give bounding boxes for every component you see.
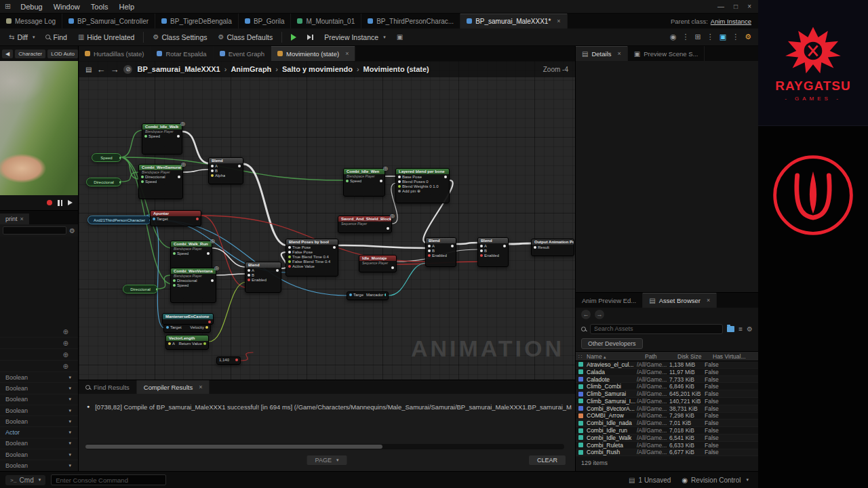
more-options-icon[interactable]: ⋮ — [732, 33, 739, 41]
pose-watch-icon[interactable]: ◎ — [180, 121, 185, 127]
asset-row-combi-idle-nada[interactable]: Combi_Idle_nada/All/Game...7,01 KiBFalse — [576, 420, 758, 427]
graph-node-blend[interactable]: BlendABEnabled — [425, 237, 456, 267]
frame-skip-button[interactable] — [302, 33, 318, 42]
pose-watch-icon[interactable]: ◎ — [181, 161, 186, 167]
variable-type-row[interactable]: Boolean▾ — [0, 460, 78, 471]
more-options-icon[interactable]: ⋮ — [707, 33, 714, 41]
graph-tab-hurtadillas-state[interactable]: Hurtadillas (state) — [79, 46, 151, 61]
graph-node-blend-poses-by-bool[interactable]: Blend Poses by boolTrue PoseFalse PoseTr… — [285, 239, 338, 277]
asset-tab-bp-thirdpersoncharac[interactable]: BP_ThirdPersonCharac... — [361, 14, 460, 28]
graph-tab-rotar-espalda[interactable]: Rotar Espalda — [151, 46, 213, 61]
menu-window[interactable]: Window — [48, 1, 85, 12]
browser-back-button[interactable]: ← — [581, 310, 591, 319]
asset-row-combi-idle-walk[interactable]: Combi_Idle_Walk/All/Game...6,541 KiBFals… — [576, 434, 758, 442]
graph-node-combi-idle-walk[interactable]: Combi_Idle_WalkBlendspace PlayerSpeed◎ — [142, 123, 182, 155]
graph-node-blend[interactable]: BlendABEnabled — [477, 237, 509, 267]
variable-type-row[interactable]: Boolean▾ — [0, 372, 78, 383]
console-input[interactable] — [51, 474, 166, 485]
gear-icon[interactable]: ⚙ — [69, 227, 75, 235]
diff-button[interactable]: ⇆Diff▾ — [4, 31, 39, 43]
asset-tab-bp-tigredebengala[interactable]: BP_TigreDeBengala — [155, 14, 239, 28]
column-name[interactable]: Name ▴ — [587, 353, 645, 360]
forward-arrow-icon[interactable]: → — [110, 64, 119, 75]
add-icon[interactable]: ⊕ — [63, 351, 68, 359]
class-defaults-button[interactable]: ⚙Class Defaults — [214, 31, 278, 43]
chevron-down-icon[interactable]: ▾ — [68, 463, 71, 468]
page-dropdown[interactable]: PAGE▾ — [307, 455, 347, 465]
viewport-back-button[interactable]: ◀ — [2, 49, 13, 58]
asset-row-climb-combi[interactable]: Climb_Combi/All/Game...6,846 KiBFalse — [576, 383, 758, 390]
graph-node-vectorlength[interactable]: VectorLengthAReturn Value — [165, 335, 209, 350]
graph-node-combi-wensamurai[interactable]: Combi_WenSamuraiBlendspace PlayerDirecci… — [138, 164, 183, 199]
close-tab-icon[interactable]: × — [345, 50, 349, 57]
variable-type-row[interactable]: Boolean▾ — [0, 416, 78, 427]
variable-type-row[interactable]: Boolean▾ — [0, 383, 78, 394]
filter-icon[interactable]: ≡ — [738, 325, 743, 333]
console-type-dropdown[interactable]: >_ Cmd ▾ — [5, 475, 45, 485]
close-icon[interactable]: × — [707, 297, 710, 304]
graph-node-output-animation-pose[interactable]: Output Animation PoseResult — [531, 239, 574, 256]
chevron-down-icon[interactable]: ▾ — [68, 430, 71, 435]
tab-preview-scene-settings[interactable]: ▣Preview Scene S... — [628, 46, 705, 61]
asset-row-combi-ruleta[interactable]: Combi_Ruleta/All/Game...6,633 KiBFalse — [576, 442, 758, 449]
chevron-down-icon[interactable]: ▾ — [68, 386, 71, 391]
hide-unrelated-button[interactable]: ▥Hide Unrelated — [73, 31, 140, 43]
chevron-down-icon[interactable]: ▾ — [68, 419, 71, 424]
editor-settings-icon[interactable]: ⚙ — [745, 33, 751, 41]
graph-node-velocity[interactable]: TargetVelocity — [163, 324, 211, 333]
add-icon[interactable]: ⊕ — [63, 363, 68, 370]
pose-watch-icon[interactable]: ◎ — [210, 238, 215, 244]
minimize-button[interactable]: — — [717, 3, 724, 10]
graph-tab-movimiento-state[interactable]: Movimiento (state)× — [271, 46, 355, 61]
gear-icon[interactable]: ⚙ — [747, 325, 753, 333]
spawn-icon[interactable]: ⊞ — [695, 33, 701, 41]
find-button[interactable]: Find — [41, 31, 71, 43]
record-button[interactable] — [47, 200, 52, 205]
tab-asset-browser[interactable]: ▤Asset Browser× — [643, 293, 717, 308]
scrollbar-thumb[interactable] — [85, 445, 382, 449]
bookmark-icon[interactable]: ▤ — [85, 66, 92, 73]
browser-forward-button[interactable]: → — [595, 310, 604, 319]
other-developers-filter[interactable]: Other Developers — [581, 338, 643, 349]
asset-row-calada[interactable]: Calada/All/Game...11,97 MiBFalse — [576, 369, 758, 376]
asset-tab-bp-gorila[interactable]: BP_Gorila — [239, 14, 292, 28]
asset-table-header[interactable]: ∷ Name ▴ Path Disk Size Has Virtual... — [576, 351, 758, 361]
graph-node-blend[interactable]: BlendABAlpha — [208, 157, 243, 184]
graph-node-combi-wenventana[interactable]: Combi_WenVentanaBlendspace PlayerDirecci… — [170, 268, 216, 303]
asset-row-combi-rush[interactable]: Combi_Rush/All/Game...6,677 KiBFalse — [576, 449, 758, 456]
asset-tab-m-mountain-01[interactable]: M_Mountain_01 — [291, 14, 361, 28]
tab-compiler-results[interactable]: Compiler Results× — [137, 380, 210, 394]
close-button[interactable]: × — [747, 3, 751, 10]
asset-row-combi-arrow[interactable]: COMBI_Arrow/All/Game...7,298 KiBFalse — [576, 413, 758, 420]
graph-node-blend[interactable]: BlendABEnabled — [245, 262, 281, 293]
chevron-down-icon[interactable]: ▾ — [68, 375, 71, 380]
play-button[interactable] — [286, 32, 301, 43]
class-settings-button[interactable]: ⚙Class Settings — [148, 31, 212, 43]
character-menu-button[interactable]: Character — [15, 49, 45, 58]
lod-menu-button[interactable]: LOD Auto — [47, 49, 78, 58]
variable-type-row[interactable]: Boolean▾ — [0, 405, 78, 416]
breadcrumb-item-salto-y-movimiendo[interactable]: Salto y movimiendo — [282, 65, 353, 73]
breadcrumb-item-bp-samurai-malexxx1[interactable]: BP_samurai_MaleXXX1 — [137, 65, 220, 73]
chevron-down-icon[interactable]: ▾ — [68, 396, 71, 402]
pose-watch-icon[interactable]: ◎ — [383, 165, 388, 171]
graph-node-direccional[interactable]: Direccional — [123, 285, 158, 293]
preview-instance-dropdown[interactable]: Preview Instance▾ — [319, 31, 390, 43]
clear-button[interactable]: CLEAR — [529, 455, 566, 465]
parent-class-link[interactable]: Anim Instance — [711, 18, 751, 25]
revision-control-menu[interactable]: ◉Revision Control▾ — [682, 476, 749, 484]
variable-type-row[interactable]: Boolean▾ — [0, 449, 78, 460]
asset-row-combi-8vectora[interactable]: Combi_8VectorA.../All/Game...38,731 KiBF… — [576, 405, 758, 413]
graph-node-sword-and-shield-block[interactable]: Sword_And_Shield_BlockSequence Player◎ — [338, 216, 392, 233]
graph-node-mantenerseencasione[interactable]: MantenerseEnCasione — [162, 313, 214, 325]
menu-tools[interactable]: Tools — [85, 1, 114, 12]
column-has-virtual[interactable]: Has Virtual... — [713, 353, 755, 360]
chevron-down-icon[interactable]: ▾ — [68, 452, 71, 458]
chevron-down-icon[interactable]: ▾ — [68, 408, 71, 413]
close-icon[interactable]: × — [199, 384, 202, 390]
graph-node-axd21thirdpersoncharacter[interactable]: Axd21ThirdPersonCharacter — [87, 216, 151, 224]
graph-tab-event-graph[interactable]: Event Graph — [214, 46, 271, 61]
asset-search-input[interactable] — [590, 324, 723, 334]
asset-row-caladote[interactable]: Caladote/All/Game...7,733 KiBFalse — [576, 376, 758, 384]
menu-debug[interactable]: Debug — [15, 1, 47, 12]
